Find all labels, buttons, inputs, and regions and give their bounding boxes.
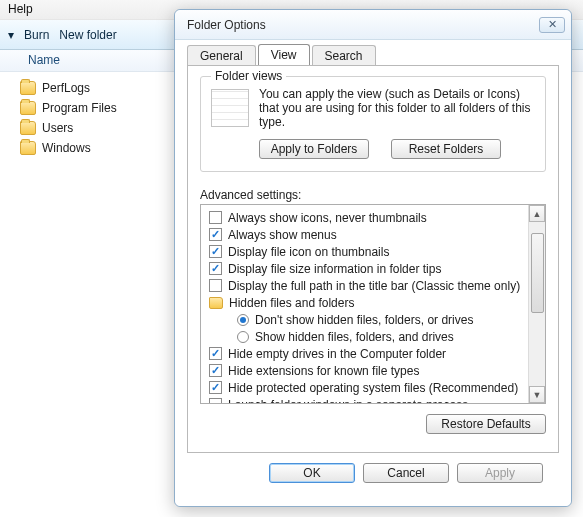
tab-strip: General View Search	[187, 44, 559, 65]
close-button[interactable]: ✕	[539, 17, 565, 33]
advanced-setting-label: Launch folder windows in a separate proc…	[228, 398, 468, 405]
checkbox[interactable]	[209, 381, 222, 394]
advanced-setting-label: Don't show hidden files, folders, or dri…	[255, 313, 473, 327]
apply-button[interactable]: Apply	[457, 463, 543, 483]
close-icon: ✕	[548, 19, 557, 30]
toolbar-organize[interactable]: ▾	[8, 28, 14, 42]
checkbox[interactable]	[209, 279, 222, 292]
advanced-setting-label: Hide empty drives in the Computer folder	[228, 347, 446, 361]
folder-views-icon	[211, 89, 249, 127]
advanced-setting-label: Hide extensions for known file types	[228, 364, 419, 378]
radio-button[interactable]	[237, 314, 249, 326]
advanced-setting-label: Display the full path in the title bar (…	[228, 279, 520, 293]
advanced-setting-row[interactable]: Hide protected operating system files (R…	[203, 379, 543, 396]
checkbox[interactable]	[209, 211, 222, 224]
folder-options-dialog: Folder Options ✕ General View Search Fol…	[174, 9, 572, 507]
tab-general[interactable]: General	[187, 45, 256, 66]
checkbox[interactable]	[209, 398, 222, 404]
list-item-label: Program Files	[42, 101, 117, 115]
advanced-setting-row[interactable]: Don't show hidden files, folders, or dri…	[203, 311, 543, 328]
checkbox[interactable]	[209, 364, 222, 377]
toolbar-new-folder[interactable]: New folder	[59, 28, 116, 42]
advanced-setting-row[interactable]: Always show menus	[203, 226, 543, 243]
restore-defaults-button[interactable]: Restore Defaults	[426, 414, 546, 434]
dialog-body: General View Search Folder views You can…	[175, 40, 571, 506]
advanced-settings-list[interactable]: Always show icons, never thumbnailsAlway…	[200, 204, 546, 404]
advanced-setting-row[interactable]: Hidden files and folders	[203, 294, 543, 311]
scroll-thumb[interactable]	[531, 233, 544, 313]
dialog-title: Folder Options	[187, 18, 539, 32]
checkbox[interactable]	[209, 228, 222, 241]
tab-panel-view: Folder views You can apply the view (suc…	[187, 65, 559, 453]
folder-icon	[209, 297, 223, 309]
scroll-down-button[interactable]: ▼	[529, 386, 545, 403]
checkbox[interactable]	[209, 347, 222, 360]
list-item-label: Users	[42, 121, 73, 135]
advanced-settings-label: Advanced settings:	[200, 188, 546, 202]
toolbar-burn[interactable]: Burn	[24, 28, 49, 42]
dialog-titlebar[interactable]: Folder Options ✕	[175, 10, 571, 40]
advanced-setting-row[interactable]: Always show icons, never thumbnails	[203, 209, 543, 226]
cancel-button[interactable]: Cancel	[363, 463, 449, 483]
list-item-label: Windows	[42, 141, 91, 155]
advanced-setting-row[interactable]: Display file icon on thumbnails	[203, 243, 543, 260]
folder-views-group: Folder views You can apply the view (suc…	[200, 76, 546, 172]
advanced-setting-label: Hide protected operating system files (R…	[228, 381, 518, 395]
advanced-setting-label: Always show menus	[228, 228, 337, 242]
advanced-setting-label: Always show icons, never thumbnails	[228, 211, 427, 225]
advanced-setting-row[interactable]: Hide empty drives in the Computer folder	[203, 345, 543, 362]
folder-icon	[20, 81, 36, 95]
advanced-setting-label: Show hidden files, folders, and drives	[255, 330, 454, 344]
radio-button[interactable]	[237, 331, 249, 343]
folder-icon	[20, 141, 36, 155]
checkbox[interactable]	[209, 245, 222, 258]
apply-to-folders-button[interactable]: Apply to Folders	[259, 139, 369, 159]
folder-views-label: Folder views	[211, 69, 286, 83]
tab-search[interactable]: Search	[312, 45, 376, 66]
advanced-setting-label: Display file icon on thumbnails	[228, 245, 389, 259]
folder-icon	[20, 101, 36, 115]
advanced-setting-row[interactable]: Display file size information in folder …	[203, 260, 543, 277]
scrollbar[interactable]: ▲ ▼	[528, 205, 545, 403]
dialog-buttons: OK Cancel Apply	[187, 453, 559, 495]
advanced-setting-row[interactable]: Hide extensions for known file types	[203, 362, 543, 379]
reset-folders-button[interactable]: Reset Folders	[391, 139, 501, 159]
menu-help[interactable]: Help	[8, 2, 33, 16]
list-item-label: PerfLogs	[42, 81, 90, 95]
advanced-setting-label: Hidden files and folders	[229, 296, 354, 310]
scroll-up-button[interactable]: ▲	[529, 205, 545, 222]
ok-button[interactable]: OK	[269, 463, 355, 483]
advanced-setting-label: Display file size information in folder …	[228, 262, 441, 276]
folder-views-text: You can apply the view (such as Details …	[259, 87, 535, 129]
advanced-setting-row[interactable]: Display the full path in the title bar (…	[203, 277, 543, 294]
advanced-setting-row[interactable]: Launch folder windows in a separate proc…	[203, 396, 543, 404]
checkbox[interactable]	[209, 262, 222, 275]
advanced-setting-row[interactable]: Show hidden files, folders, and drives	[203, 328, 543, 345]
tab-view[interactable]: View	[258, 44, 310, 65]
folder-icon	[20, 121, 36, 135]
